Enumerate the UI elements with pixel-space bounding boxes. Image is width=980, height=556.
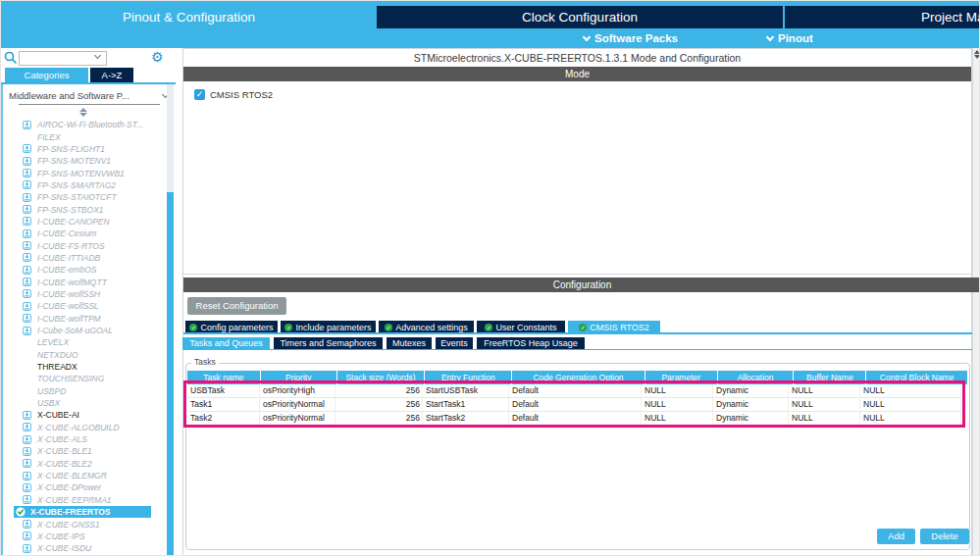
sidebar-item-i-cube-wolftpm[interactable]: I-CUBE-wolfTPM xyxy=(1,313,166,325)
sidebar-item-netxduo[interactable]: NETXDUO xyxy=(1,349,166,361)
sidebar-item-x-cube-freertos[interactable]: X-CUBE-FREERTOS xyxy=(14,506,151,518)
cell-allocation[interactable]: Dynamic xyxy=(713,384,789,398)
sidebar-item-fp-sns-motenv1[interactable]: FP-SNS-MOTENV1 xyxy=(1,155,166,167)
table-row[interactable]: USBTaskosPriorityHigh256StartUSBTaskDefa… xyxy=(187,384,968,398)
sidebar-item-x-cube-dpower[interactable]: X-CUBE-DPower xyxy=(1,481,166,493)
sidebar-item-x-cube-eeprma1[interactable]: X-CUBE-EEPRMA1 xyxy=(1,494,166,506)
scroll-up-icon[interactable] xyxy=(974,50,980,54)
sidebar-item-i-cube-cesium[interactable]: I-CUBE-Cesium xyxy=(1,227,166,239)
sidebar-item-x-cube-ips[interactable]: X-CUBE-IPS xyxy=(1,531,166,542)
sidebar-item-x-cube-blemgr[interactable]: X-CUBE-BLEMGR xyxy=(1,470,166,481)
sidebar-item-i-cube-embos[interactable]: I-CUBE-embOS xyxy=(1,264,166,276)
table-row[interactable]: Task2osPriorityNormal256StartTask2Defaul… xyxy=(187,412,968,426)
cell-priority[interactable]: osPriorityHigh xyxy=(260,384,335,398)
cell-entry-function[interactable]: StartUSBTask xyxy=(423,384,509,398)
add-button[interactable]: Add xyxy=(877,529,915,544)
sidebar-item-x-cube-algobuild[interactable]: X-CUBE-ALGOBUILD xyxy=(1,422,166,433)
sidebar-item-touchsensing[interactable]: TOUCHSENSING xyxy=(1,373,166,384)
cell-allocation[interactable]: Dynamic xyxy=(713,412,789,426)
column-header-parameter[interactable]: Parameter xyxy=(645,371,717,384)
sidebar-item-levelx[interactable]: LEVELX xyxy=(1,336,166,348)
tab-pinout-configuration[interactable]: Pinout & Configuration xyxy=(1,6,377,28)
column-header-stack-size-words[interactable]: Stack size (Words) xyxy=(337,371,425,384)
sidebar-item-x-cube-ai[interactable]: X-CUBE-AI xyxy=(1,409,166,421)
sidebar-scrollbar-thumb[interactable] xyxy=(167,192,174,556)
column-header-entry-function[interactable]: Entry Function xyxy=(425,371,511,384)
cell-parameter[interactable]: NULL xyxy=(642,412,713,426)
cell-buffer-name[interactable]: NULL xyxy=(789,384,860,398)
sidebar-item-i-cube-wolfssh[interactable]: I-CUBE-wolfSSH xyxy=(1,288,166,300)
column-header-buffer-name[interactable]: Buffer Name xyxy=(794,371,865,384)
cell-code-generation-option[interactable]: Default xyxy=(509,384,642,398)
cell-control-block-name[interactable]: NULL xyxy=(860,398,961,412)
sidebar-item-i-cube-ittiadb[interactable]: I-CUBE-ITTIADB xyxy=(1,252,166,264)
sidebar-item-x-cube-isdu[interactable]: X-CUBE-ISDU xyxy=(1,542,166,554)
tab-categories[interactable]: Categories xyxy=(5,68,88,82)
main-scrollbar-track[interactable] xyxy=(972,48,980,556)
tab-mutexes[interactable]: Mutexes xyxy=(387,337,432,349)
cell-task-name[interactable]: USBTask xyxy=(187,384,260,398)
sidebar-item-fp-sns-smartag2[interactable]: FP-SNS-SMARTAG2 xyxy=(1,179,166,191)
tab-project-manager[interactable]: Project Ma xyxy=(785,6,980,28)
cell-code-generation-option[interactable]: Default xyxy=(509,398,642,412)
cell-stack-size-words[interactable]: 256 xyxy=(335,384,423,398)
cell-task-name[interactable]: Task1 xyxy=(187,398,260,412)
cmsis-rtos2-checkbox[interactable]: ✓ xyxy=(194,89,205,100)
cell-stack-size-words[interactable]: 256 xyxy=(335,398,423,412)
sidebar-item-i-cube-fs-rtos[interactable]: I-CUBE-FS-RTOS xyxy=(1,239,166,251)
column-header-priority[interactable]: Priority xyxy=(261,371,336,384)
sidebar-item-i-cube-wolfmqtt[interactable]: I-CUBE-wolfMQTT xyxy=(1,276,166,287)
sidebar-item-filex[interactable]: FILEX xyxy=(1,130,166,142)
sidebar-item-x-cube-ble1[interactable]: X-CUBE-BLE1 xyxy=(1,445,166,457)
sidebar-item-airoc-wi-fi-bluetooth-st[interactable]: AIROC-Wi-Fi-Bluetooth-ST... xyxy=(1,119,166,130)
search-input[interactable] xyxy=(19,51,107,66)
pinout-menu[interactable]: Pinout xyxy=(767,31,813,45)
gear-icon[interactable]: ⚙ xyxy=(151,49,164,65)
panel-divider[interactable] xyxy=(183,274,972,275)
sidebar-item-fp-sns-flight1[interactable]: FP-SNS-FLIGHT1 xyxy=(1,143,166,155)
column-header-code-generation-option[interactable]: Code Generation Option xyxy=(512,371,645,384)
column-header-task-name[interactable]: Task name xyxy=(187,371,260,384)
tab-tasks-and-queues[interactable]: Tasks and Queues xyxy=(182,337,270,349)
reset-configuration-button[interactable]: Reset Configuration xyxy=(187,297,286,315)
cell-entry-function[interactable]: StartTask2 xyxy=(423,412,509,426)
sidebar-item-fp-sns-staiotcft[interactable]: FP-SNS-STAIOTCFT xyxy=(1,191,166,203)
column-header-control-block-name[interactable]: Control Block Name xyxy=(866,371,967,384)
cell-control-block-name[interactable]: NULL xyxy=(860,384,961,398)
cell-buffer-name[interactable]: NULL xyxy=(789,398,860,412)
cell-control-block-name[interactable]: NULL xyxy=(860,412,961,426)
delete-button[interactable]: Delete xyxy=(920,529,969,544)
tab-freertos-heap-usage[interactable]: FreeRTOS Heap Usage xyxy=(477,337,585,349)
sidebar-item-threadx[interactable]: THREADX xyxy=(1,361,166,373)
sidebar-item-i-cube-canopen[interactable]: I-CUBE-CANOPEN xyxy=(1,216,166,227)
sidebar-item-i-cube-som-ugoal[interactable]: I-Cube-SoM-uGOAL xyxy=(1,325,166,336)
middleware-section-header[interactable]: Middleware and Software P... xyxy=(9,89,168,102)
cell-task-name[interactable]: Task2 xyxy=(187,412,260,426)
sidebar-item-x-cube-gnss1[interactable]: X-CUBE-GNSS1 xyxy=(1,518,166,530)
software-packs-menu[interactable]: Software Packs xyxy=(584,31,678,45)
sidebar-item-usbpd[interactable]: USBPD xyxy=(1,385,166,397)
tab-clock-configuration[interactable]: Clock Configuration xyxy=(377,6,783,28)
cell-priority[interactable]: osPriorityNormal xyxy=(260,412,335,426)
cell-parameter[interactable]: NULL xyxy=(642,384,713,398)
table-row[interactable]: Task1osPriorityNormal256StartTask1Defaul… xyxy=(187,398,968,412)
cell-code-generation-option[interactable]: Default xyxy=(509,412,642,426)
sidebar-item-usbx[interactable]: USBX xyxy=(1,397,166,409)
sort-icon[interactable] xyxy=(79,108,88,118)
scroll-down-icon[interactable] xyxy=(974,55,980,59)
cell-stack-size-words[interactable]: 256 xyxy=(335,412,423,426)
cell-parameter[interactable]: NULL xyxy=(642,398,713,412)
tab-events[interactable]: Events xyxy=(436,337,473,349)
sidebar-item-x-cube-ble2[interactable]: X-CUBE-BLE2 xyxy=(1,458,166,470)
sidebar-item-fp-sns-stbox1[interactable]: FP-SNS-STBOX1 xyxy=(1,203,166,215)
sidebar-item-i-cube-wolfssl[interactable]: I-CUBE-wolfSSL xyxy=(1,300,166,312)
cell-priority[interactable]: osPriorityNormal xyxy=(260,398,335,412)
tab-timers-and-semaphores[interactable]: Timers and Semaphores xyxy=(274,337,383,349)
cell-buffer-name[interactable]: NULL xyxy=(789,412,860,426)
cell-entry-function[interactable]: StartTask1 xyxy=(423,398,509,412)
sidebar-item-x-cube-als[interactable]: X-CUBE-ALS xyxy=(1,433,166,445)
column-header-allocation[interactable]: Allocation xyxy=(718,371,794,384)
sidebar-item-fp-sns-motenvwb1[interactable]: FP-SNS-MOTENVWB1 xyxy=(1,167,166,178)
cell-allocation[interactable]: Dynamic xyxy=(713,398,789,412)
tab-a-to-z[interactable]: A->Z xyxy=(90,68,133,82)
